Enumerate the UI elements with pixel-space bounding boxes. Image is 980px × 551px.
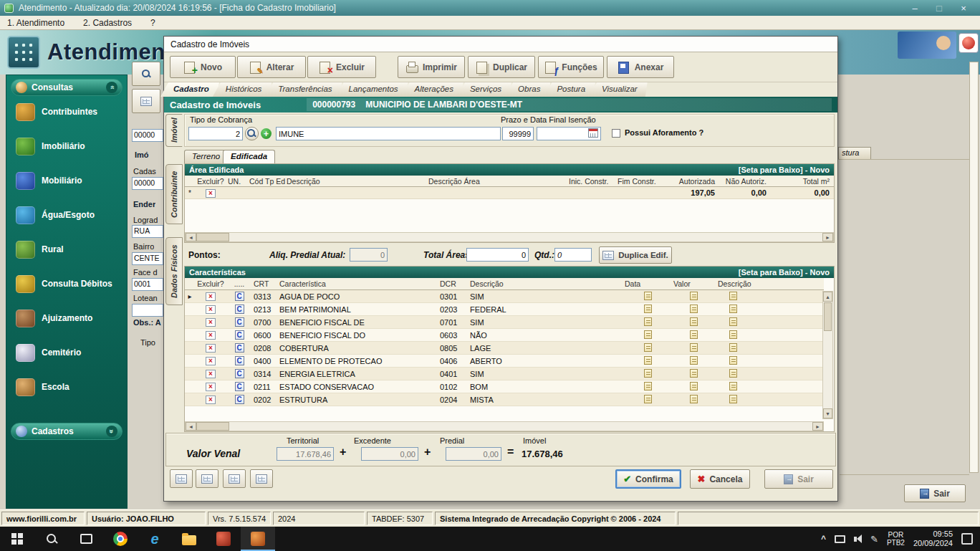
funcoes-button[interactable]: Funções bbox=[538, 56, 604, 78]
bg-sair-button[interactable]: Sair bbox=[904, 484, 966, 502]
consulta-c-icon[interactable]: C bbox=[235, 356, 244, 365]
valor-note-icon[interactable] bbox=[690, 330, 698, 339]
dialog-sair-button[interactable]: Sair bbox=[764, 469, 833, 489]
scroll-down-icon[interactable]: ▼ bbox=[823, 408, 832, 418]
maximize-button[interactable]: □ bbox=[927, 3, 951, 14]
task-view-button[interactable] bbox=[69, 527, 103, 551]
aforamento-checkbox[interactable] bbox=[612, 129, 620, 138]
sidebar-item[interactable]: Rural bbox=[6, 239, 127, 260]
excluir-icon[interactable] bbox=[206, 292, 216, 301]
scroll-left-icon[interactable]: ◄ bbox=[186, 422, 196, 431]
scroll-thumb[interactable] bbox=[824, 302, 832, 331]
vtab-dados-fisicos[interactable]: Dados Físicos bbox=[165, 237, 183, 305]
descricao-note-icon[interactable] bbox=[729, 369, 737, 378]
vtab-contribuinte[interactable]: Contribuinte bbox=[165, 164, 183, 224]
valor-note-icon[interactable] bbox=[690, 395, 698, 403]
sidebar-header-consultas[interactable]: Consultas » bbox=[11, 79, 123, 96]
descricao-note-icon[interactable] bbox=[729, 317, 737, 326]
volume-icon[interactable] bbox=[854, 535, 862, 543]
cobranca-descricao-input[interactable]: IMUNE bbox=[276, 127, 501, 140]
caracteristica-row[interactable]: C 0700 BENEFICIO FISCAL DE 0701 SIM bbox=[185, 316, 824, 329]
descricao-note-icon[interactable] bbox=[729, 292, 737, 300]
dialog-tab[interactable]: Transferências bbox=[265, 82, 342, 97]
app-button-2[interactable] bbox=[241, 527, 275, 551]
sidebar-item[interactable]: Ajuizamento bbox=[6, 307, 127, 329]
scroll-thumb[interactable] bbox=[196, 422, 229, 431]
caracteristica-row[interactable]: C 0400 ELEMENTO DE PROTECAO 0406 ABERTO bbox=[185, 355, 824, 368]
caracteristica-row[interactable]: C 0600 BENEFICIO FISCAL DO 0603 NÃO bbox=[185, 329, 824, 342]
bg-loteamento-field[interactable] bbox=[132, 304, 163, 317]
bg-inscricao-field[interactable]: 00000 bbox=[132, 129, 163, 142]
valor-note-icon[interactable] bbox=[690, 305, 698, 313]
bg-logradouro-field[interactable]: RUA bbox=[132, 225, 163, 238]
scroll-left-icon[interactable]: ◄ bbox=[186, 233, 196, 241]
sidebar-item[interactable]: Cemitério bbox=[6, 342, 127, 363]
language-indicator[interactable]: POR PTB2 bbox=[887, 531, 905, 547]
cobranca-codigo-input[interactable]: 2 bbox=[188, 127, 243, 140]
menu-item[interactable]: ? bbox=[150, 18, 155, 28]
dialog-tab[interactable]: Postura bbox=[544, 82, 595, 97]
dialog-tab[interactable]: Serviços bbox=[457, 82, 511, 97]
valor-note-icon[interactable] bbox=[690, 356, 698, 365]
menu-item[interactable]: 1. Atendimento bbox=[7, 18, 64, 28]
scroll-right-icon[interactable]: ► bbox=[822, 233, 833, 241]
aliq-predial-input[interactable]: 0 bbox=[350, 248, 388, 262]
descricao-note-icon[interactable] bbox=[729, 395, 737, 403]
valor-note-icon[interactable] bbox=[690, 343, 698, 352]
novo-button[interactable]: Novo bbox=[170, 56, 236, 78]
consulta-c-icon[interactable]: C bbox=[235, 395, 244, 404]
total-areas-input[interactable]: 0 bbox=[466, 248, 529, 262]
menu-item[interactable]: 2. Cadastros bbox=[83, 18, 132, 28]
duplicar-button[interactable]: Duplicar bbox=[468, 56, 535, 78]
close-button[interactable]: × bbox=[951, 3, 976, 14]
excluir-icon[interactable] bbox=[206, 396, 216, 404]
excluir-icon[interactable] bbox=[206, 305, 216, 314]
sidebar-item[interactable]: Mobiliário bbox=[6, 170, 127, 191]
data-note-icon[interactable] bbox=[644, 369, 652, 378]
duplica-edif-button[interactable]: Duplica Edif. bbox=[599, 246, 672, 264]
imprimir-button[interactable]: Imprimir bbox=[398, 56, 465, 78]
explorer-button[interactable] bbox=[172, 527, 206, 551]
vtab-imovel[interactable]: Imóvel bbox=[165, 114, 183, 147]
bg-scrollbar[interactable] bbox=[969, 62, 979, 473]
data-note-icon[interactable] bbox=[644, 395, 652, 403]
data-note-icon[interactable] bbox=[644, 317, 652, 326]
notification-icon[interactable] bbox=[961, 533, 973, 545]
network-icon[interactable] bbox=[835, 535, 845, 543]
caracteristica-row[interactable]: C 0211 ESTADO CONSERVACAO 0102 BOM bbox=[185, 380, 824, 393]
record-nav-button-4[interactable] bbox=[250, 469, 273, 488]
excluir-icon[interactable] bbox=[206, 344, 216, 353]
data-note-icon[interactable] bbox=[644, 343, 652, 352]
cancela-button[interactable]: ✖ Cancela bbox=[690, 469, 750, 489]
descricao-note-icon[interactable] bbox=[729, 343, 737, 352]
bg-cadastro-field[interactable]: 00000 bbox=[132, 177, 163, 190]
descricao-note-icon[interactable] bbox=[729, 305, 737, 313]
power-button[interactable] bbox=[959, 33, 979, 53]
data-note-icon[interactable] bbox=[644, 382, 652, 391]
area-row[interactable]: * 197,05 0,00 0,00 bbox=[185, 187, 834, 199]
caracteristica-row[interactable]: C 0208 COBERTURA 0805 LAGE bbox=[185, 342, 824, 355]
descricao-note-icon[interactable] bbox=[729, 382, 737, 391]
caracteristica-row[interactable]: C 0202 ESTRUTURA 0204 MISTA bbox=[185, 393, 824, 406]
descricao-note-icon[interactable] bbox=[729, 356, 737, 365]
sidebar-item[interactable]: Imobiliário bbox=[6, 135, 127, 157]
taskbar-clock[interactable]: 09:55 20/09/2024 bbox=[913, 530, 953, 548]
sidebar-item[interactable]: Consulta Débitos bbox=[6, 273, 127, 294]
edge-button[interactable]: e bbox=[138, 527, 172, 551]
dialog-tab[interactable]: Lançamentos bbox=[336, 82, 408, 97]
bg-bairro-field[interactable]: CENTE bbox=[132, 252, 163, 265]
consulta-c-icon[interactable]: C bbox=[235, 317, 244, 327]
cobranca-add-button[interactable] bbox=[261, 128, 272, 139]
consulta-c-icon[interactable]: C bbox=[235, 292, 244, 301]
prazo-input[interactable]: 99999 bbox=[502, 127, 534, 140]
valor-note-icon[interactable] bbox=[690, 382, 698, 391]
bg-grid-button[interactable] bbox=[132, 89, 160, 113]
data-note-icon[interactable] bbox=[644, 356, 652, 365]
alterar-button[interactable]: Alterar bbox=[237, 56, 306, 78]
consulta-c-icon[interactable]: C bbox=[235, 382, 244, 391]
scroll-up-icon[interactable]: ▲ bbox=[823, 292, 832, 302]
qtd-input[interactable]: 0 bbox=[554, 248, 592, 262]
valor-note-icon[interactable] bbox=[690, 317, 698, 326]
consulta-c-icon[interactable]: C bbox=[235, 369, 244, 378]
sidebar-item[interactable]: Contribuintes bbox=[6, 101, 127, 123]
